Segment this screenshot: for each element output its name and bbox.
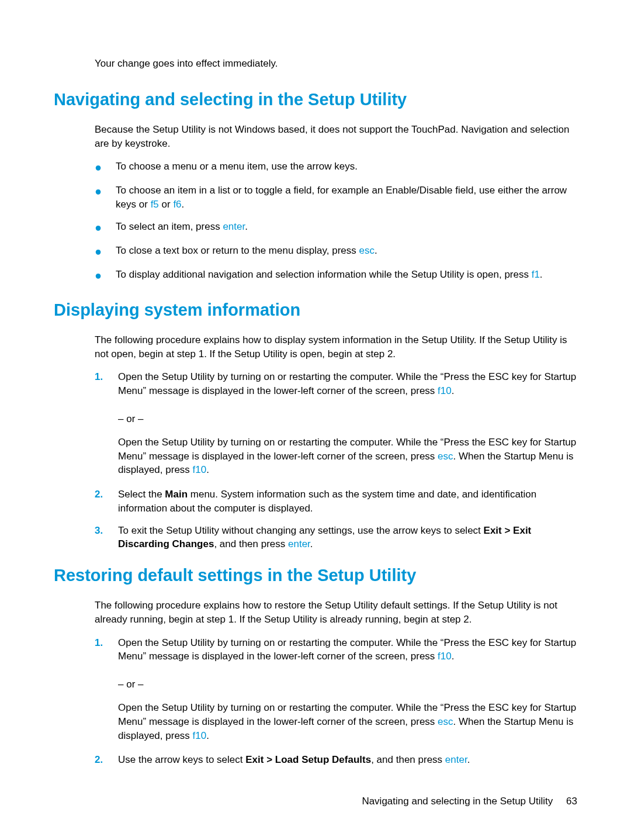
bold-main: Main xyxy=(165,489,188,500)
bullet-item: ● To choose an item in a list or to togg… xyxy=(95,184,577,212)
key-esc: esc xyxy=(438,716,453,727)
numbered-list-displaying-cont: 2. Select the Main menu. System informat… xyxy=(95,488,577,551)
step-text: Use the arrow keys to select Exit > Load… xyxy=(118,753,577,767)
bullet-item: ● To close a text box or return to the m… xyxy=(95,244,577,260)
footer-title: Navigating and selecting in the Setup Ut… xyxy=(362,796,553,807)
bullet-marker-icon: ● xyxy=(95,183,102,199)
key-f10: f10 xyxy=(438,385,452,396)
bold-exit-load: Exit > Load Setup Defaults xyxy=(245,754,371,765)
step-text: To exit the Setup Utility without changi… xyxy=(118,524,577,552)
or-divider: – or – xyxy=(118,412,577,426)
bullet-marker-icon: ● xyxy=(95,243,102,260)
section-heading-navigating: Navigating and selecting in the Setup Ut… xyxy=(54,89,577,110)
section2-body: The following procedure explains how to … xyxy=(95,333,577,361)
step-alt-text: Open the Setup Utility by turning on or … xyxy=(118,701,577,742)
bullet-marker-icon: ● xyxy=(95,159,102,175)
number-marker: 1. xyxy=(95,636,104,650)
key-f10: f10 xyxy=(438,651,452,662)
number-marker: 2. xyxy=(95,488,104,502)
number-marker: 1. xyxy=(95,370,104,384)
key-enter: enter xyxy=(445,754,467,765)
bullet-text: To select an item, press enter. xyxy=(116,220,577,234)
key-esc: esc xyxy=(359,245,375,256)
step-text: Select the Main menu. System information… xyxy=(118,488,577,516)
bullet-marker-icon: ● xyxy=(95,267,102,284)
list-item: 2. Select the Main menu. System informat… xyxy=(95,488,577,516)
bullet-text: To choose a menu or a menu item, use the… xyxy=(116,160,577,174)
key-f10: f10 xyxy=(193,730,207,741)
number-marker: 3. xyxy=(95,524,104,538)
list-item: 3. To exit the Setup Utility without cha… xyxy=(95,524,577,552)
key-enter: enter xyxy=(223,221,245,232)
bullet-item: ● To display additional navigation and s… xyxy=(95,268,577,284)
list-item: 1. Open the Setup Utility by turning on … xyxy=(95,636,577,664)
key-f5: f5 xyxy=(151,199,159,210)
bullet-list-navigating: ● To choose a menu or a menu item, use t… xyxy=(95,160,577,284)
section1-body: Because the Setup Utility is not Windows… xyxy=(95,123,577,151)
section-heading-displaying: Displaying system information xyxy=(54,300,577,320)
bullet-item: ● To choose a menu or a menu item, use t… xyxy=(95,160,577,175)
step-text: Open the Setup Utility by turning on or … xyxy=(118,636,577,664)
intro-text: Your change goes into effect immediately… xyxy=(95,57,577,71)
list-item: 1. Open the Setup Utility by turning on … xyxy=(95,370,577,398)
bullet-text: To choose an item in a list or to toggle… xyxy=(116,184,577,212)
bullet-item: ● To select an item, press enter. xyxy=(95,220,577,236)
bullet-text: To close a text box or return to the men… xyxy=(116,244,577,258)
numbered-list-restoring-cont: 2. Use the arrow keys to select Exit > L… xyxy=(95,753,577,767)
key-f6: f6 xyxy=(173,199,181,210)
list-item: 2. Use the arrow keys to select Exit > L… xyxy=(95,753,577,767)
step-text: Open the Setup Utility by turning on or … xyxy=(118,370,577,398)
key-enter: enter xyxy=(288,538,310,549)
page-number: 63 xyxy=(566,796,577,807)
bullet-text: To display additional navigation and sel… xyxy=(116,268,577,282)
bullet-marker-icon: ● xyxy=(95,219,102,236)
key-f1: f1 xyxy=(532,269,540,280)
numbered-list-displaying: 1. Open the Setup Utility by turning on … xyxy=(95,370,577,398)
section-heading-restoring: Restoring default settings in the Setup … xyxy=(54,565,577,586)
page-footer: Navigating and selecting in the Setup Ut… xyxy=(362,796,577,807)
key-f10: f10 xyxy=(193,464,207,475)
key-esc: esc xyxy=(438,451,453,462)
section3-body: The following procedure explains how to … xyxy=(95,599,577,627)
step-alt-text: Open the Setup Utility by turning on or … xyxy=(118,435,577,477)
numbered-list-restoring: 1. Open the Setup Utility by turning on … xyxy=(95,636,577,664)
or-divider: – or – xyxy=(118,677,577,692)
number-marker: 2. xyxy=(95,753,104,767)
